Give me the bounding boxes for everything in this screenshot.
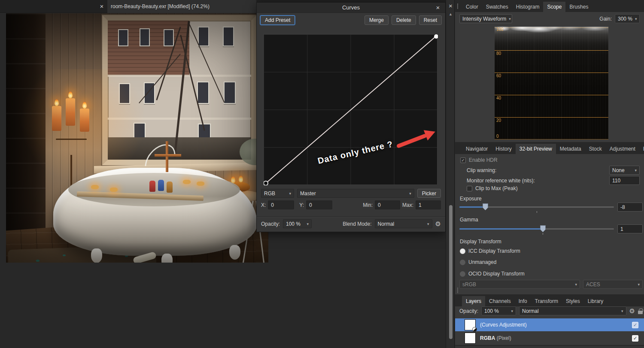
- merge-button[interactable]: Merge: [365, 15, 389, 25]
- tab-layers[interactable]: Layers: [462, 296, 485, 306]
- curves-dialog-header[interactable]: Curves ×: [257, 3, 445, 13]
- layer-visibility-checkbox[interactable]: ✓: [632, 322, 638, 328]
- curves-toolbar: Add Preset Merge Delete Reset: [257, 13, 445, 27]
- tab-32bit-preview[interactable]: 32-bit Preview: [516, 144, 556, 154]
- exposure-input[interactable]: -8: [617, 203, 643, 212]
- srgb-value: sRGB: [462, 281, 476, 287]
- studio-tabs-bottom: Layers Channels Info Transform Styles Li…: [455, 294, 644, 306]
- tab-info[interactable]: Info: [515, 296, 531, 306]
- lock-icon[interactable]: [638, 311, 643, 314]
- tab-history[interactable]: History: [492, 144, 515, 154]
- clip-max-row: Clip to Max (Peak): [467, 185, 518, 191]
- exposure-label: Exposure: [460, 196, 482, 202]
- waveform-type-value: Intensity Waveform: [462, 16, 506, 22]
- tab-metadata[interactable]: Metadata: [556, 144, 585, 154]
- ocio-radio[interactable]: [460, 271, 465, 277]
- tab-effects[interactable]: Effects: [639, 144, 644, 154]
- enable-hdr-checkbox[interactable]: ✓: [460, 157, 466, 163]
- srgb-combo[interactable]: sRGB ▾: [459, 280, 580, 289]
- tab-navigator[interactable]: Navigator: [462, 144, 492, 154]
- document-tab[interactable]: room-Beauty-Beauty.exr [Modified] (74.2%…: [107, 0, 256, 13]
- gain-combo[interactable]: 300 % ▾: [615, 14, 640, 23]
- min-input[interactable]: 0: [375, 200, 400, 209]
- y-input[interactable]: 0: [306, 200, 332, 209]
- x-value: 0: [271, 202, 274, 208]
- waveform-scale-60: 60: [496, 73, 501, 78]
- reset-button[interactable]: Reset: [419, 15, 442, 25]
- chevron-down-icon: ▾: [409, 191, 411, 196]
- tab-color[interactable]: Color: [462, 2, 482, 12]
- layer-thumbnail[interactable]: [465, 319, 476, 330]
- tab-histogram[interactable]: Histogram: [512, 2, 544, 12]
- unmanaged-radio-label: Unmanaged: [468, 259, 496, 265]
- scroll-up-icon[interactable]: ▲: [446, 12, 455, 19]
- tab-swatches[interactable]: Swatches: [482, 2, 512, 12]
- gamma-input[interactable]: 1: [617, 224, 643, 233]
- channel-combo[interactable]: RGB ▾: [261, 189, 294, 198]
- scrollbar-thumb[interactable]: [449, 205, 453, 339]
- layer-row-rgba-pixel[interactable]: RGBA (Pixel) ✓: [455, 332, 644, 345]
- tab-styles[interactable]: Styles: [562, 296, 584, 306]
- layer-name: (Curves Adjustment): [480, 322, 527, 328]
- waveform-scale-20: 20: [496, 118, 501, 123]
- display-transform-label: Display Transform: [460, 239, 501, 245]
- layer-name-type: (Pixel): [495, 335, 511, 341]
- curve-point-white[interactable]: [434, 34, 438, 39]
- max-value: 1: [419, 202, 422, 208]
- y-label: Y:: [299, 202, 304, 208]
- tab-scope[interactable]: Scope: [543, 2, 565, 12]
- panel-grip[interactable]: [457, 3, 458, 9]
- gear-icon[interactable]: ⚙: [629, 308, 635, 314]
- canvas-photo[interactable]: [6, 13, 268, 263]
- check-icon: ✓: [633, 336, 637, 341]
- tab-library[interactable]: Library: [584, 296, 608, 306]
- tab-stock[interactable]: Stock: [585, 144, 606, 154]
- monitor-white-input[interactable]: 110: [609, 176, 640, 185]
- layer-thumbnail[interactable]: [465, 333, 476, 344]
- icc-radio[interactable]: [460, 248, 465, 254]
- tab-brushes[interactable]: Brushes: [565, 2, 592, 12]
- clip-warning-combo[interactable]: None ▾: [609, 166, 640, 175]
- tab-channels[interactable]: Channels: [485, 296, 515, 306]
- layer-visibility-checkbox[interactable]: ✓: [632, 335, 638, 342]
- exposure-slider[interactable]: [459, 203, 614, 212]
- layer-row-curves-adjustment[interactable]: (Curves Adjustment) ✓: [455, 318, 644, 331]
- close-icon[interactable]: ×: [446, 2, 455, 10]
- curves-dialog: Curves × Add Preset Merge Delete Reset D…: [256, 2, 446, 232]
- affinity-photo-window: × room-Beauty-Beauty.exr [Modified] (74.…: [0, 0, 644, 348]
- max-input[interactable]: 1: [416, 200, 441, 209]
- waveform-scale-0: 0: [496, 134, 499, 139]
- studio-tabs-top: Color Swatches Histogram Scope Brushes: [455, 0, 644, 12]
- curves-grid[interactable]: [263, 34, 437, 185]
- tab-transform[interactable]: Transform: [531, 296, 562, 306]
- document-tab-title: room-Beauty-Beauty.exr [Modified] (74.2%…: [111, 3, 210, 9]
- studio-panel: Color Swatches Histogram Scope Brushes I…: [455, 0, 644, 348]
- panel-grip[interactable]: [457, 287, 458, 293]
- close-icon[interactable]: ×: [434, 3, 442, 12]
- opacity-combo[interactable]: 100 % ▾: [283, 219, 312, 228]
- unmanaged-radio[interactable]: [460, 260, 465, 265]
- picker-button[interactable]: Picker: [417, 189, 441, 198]
- gamma-slider[interactable]: [459, 224, 614, 234]
- opacity-value: 100 %: [286, 221, 301, 227]
- aces-combo[interactable]: ACES ▾: [583, 280, 643, 289]
- gear-icon[interactable]: ⚙: [435, 221, 441, 227]
- curve-point-black[interactable]: [264, 181, 268, 185]
- close-icon[interactable]: ×: [98, 2, 106, 11]
- exposure-slider-thumb[interactable]: [483, 203, 488, 210]
- gamma-slider-thumb[interactable]: [540, 225, 546, 232]
- x-input[interactable]: 0: [268, 200, 294, 209]
- add-preset-button[interactable]: Add Preset: [260, 15, 295, 25]
- layers-opacity-combo[interactable]: 100 % ▾: [481, 306, 516, 315]
- unmanaged-radio-row: Unmanaged: [460, 259, 496, 265]
- layers-blend-combo[interactable]: Normal ▾: [519, 306, 626, 315]
- clip-max-checkbox[interactable]: [467, 186, 472, 191]
- waveform-type-combo[interactable]: Intensity Waveform ▾: [459, 14, 512, 23]
- master-combo[interactable]: Master ▾: [297, 189, 414, 198]
- waveform-scale-80: 80: [496, 51, 501, 56]
- scene-vignette: [6, 13, 268, 263]
- blend-mode-combo[interactable]: Normal ▾: [375, 219, 432, 228]
- chevron-down-icon: ▾: [511, 309, 513, 313]
- delete-button[interactable]: Delete: [392, 15, 416, 25]
- tab-adjustment[interactable]: Adjustment: [606, 144, 639, 154]
